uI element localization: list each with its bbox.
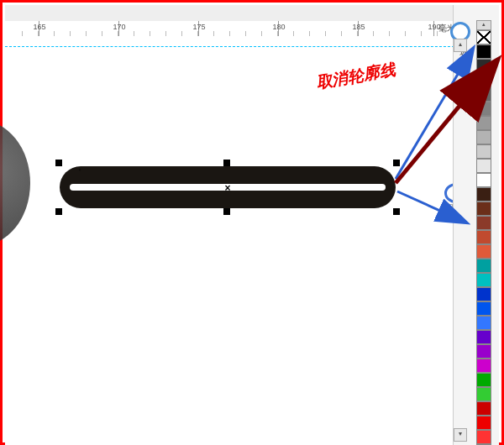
ruler-tick-label: 185	[350, 23, 367, 31]
color-swatch[interactable]	[476, 401, 491, 416]
palette-scroll-up-icon[interactable]: ▴	[476, 20, 491, 30]
ruler-tick-label: 180	[270, 23, 287, 31]
swatch-no-fill[interactable]	[476, 30, 491, 44]
ellipse-object-partial[interactable]	[0, 120, 30, 246]
color-swatch[interactable]	[476, 216, 491, 230]
panel-scroll-up-icon[interactable]: ▴	[454, 39, 467, 52]
color-swatch[interactable]	[476, 130, 491, 144]
color-swatch[interactable]	[476, 359, 491, 373]
color-swatch[interactable]	[476, 373, 491, 387]
selection-handle[interactable]	[55, 160, 62, 166]
color-swatch[interactable]	[476, 416, 491, 430]
selection-handle[interactable]	[223, 160, 230, 166]
horizontal-ruler: 165 170 175 180 185 190	[5, 21, 459, 37]
color-swatch[interactable]	[476, 230, 491, 244]
ruler-tick-label: 170	[111, 23, 128, 31]
color-swatch[interactable]	[476, 316, 491, 330]
color-swatch[interactable]	[476, 273, 491, 287]
color-swatch[interactable]	[476, 344, 491, 359]
panel-scroll-down-icon[interactable]: ▾	[454, 428, 467, 442]
color-swatch[interactable]	[476, 44, 491, 59]
color-swatch[interactable]	[476, 301, 491, 316]
color-swatch[interactable]	[476, 87, 491, 102]
selection-handle[interactable]	[223, 208, 230, 215]
color-swatch[interactable]	[476, 159, 491, 173]
color-swatch[interactable]	[476, 144, 491, 159]
right-panel: 透 ▴ ▴ ▾ ▸ ▾	[453, 5, 499, 445]
selection-handle[interactable]	[393, 208, 400, 215]
color-swatch[interactable]	[476, 244, 491, 259]
ruler-tick-label: 165	[31, 23, 48, 31]
annotation-text: 取消轮廓线	[314, 59, 396, 94]
color-swatch[interactable]	[476, 259, 491, 273]
selection-handle[interactable]	[393, 160, 400, 166]
color-swatch[interactable]	[476, 73, 491, 87]
ruler-tick-label: 175	[191, 23, 207, 31]
color-swatch[interactable]	[476, 330, 491, 344]
selection-origin-mark: ◦	[76, 165, 84, 174]
drawing-canvas[interactable]: × ◦ 取消轮廓线	[5, 36, 459, 445]
selection-handle[interactable]	[55, 208, 62, 215]
color-swatch[interactable]	[476, 187, 491, 202]
color-swatch[interactable]	[476, 173, 491, 187]
color-swatch[interactable]	[476, 59, 491, 73]
color-swatch[interactable]	[476, 102, 491, 116]
color-swatch[interactable]	[476, 430, 491, 444]
guide-line[interactable]	[5, 46, 459, 47]
color-swatch[interactable]	[476, 287, 491, 301]
color-swatch[interactable]	[476, 202, 491, 216]
color-swatch[interactable]	[476, 116, 491, 130]
color-swatch[interactable]	[476, 387, 491, 401]
color-palette: ▴ ▾ ▸	[471, 20, 496, 442]
page-indicator-icon[interactable]: ▭	[441, 204, 453, 217]
selection-center-mark[interactable]: ×	[223, 184, 232, 192]
